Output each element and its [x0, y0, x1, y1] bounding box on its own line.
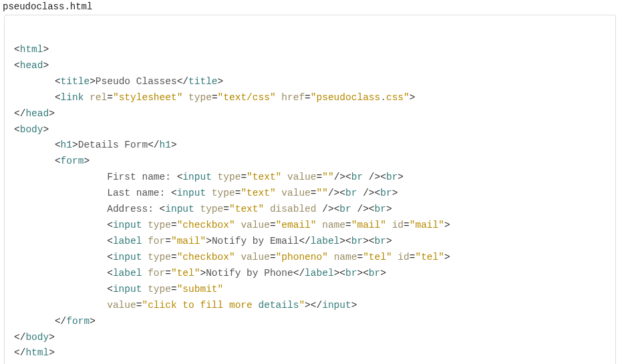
code-line: <input type="checkbox" value="email" nam… — [14, 220, 450, 230]
code-line: Address: <input type="text" disabled /><… — [14, 204, 392, 214]
code-line: <label for="mail">Notify by Email</label… — [14, 236, 392, 246]
code-line: <title>Pseudo Classes</title> — [14, 76, 223, 87]
code-line: </html> — [14, 347, 55, 358]
code-line: <body> — [14, 124, 49, 135]
code-line: </head> — [14, 108, 55, 119]
code-line: <head> — [14, 60, 49, 71]
code-line: <h1>Details Form</h1> — [14, 140, 177, 150]
code-line: <input type="submit" — [14, 284, 223, 295]
code-line: <link rel="stylesheet" type="text/css" h… — [14, 92, 415, 103]
code-line: <input type="checkbox" value="phoneno" n… — [14, 252, 450, 262]
code-line: Last name: <input type="text" value=""/>… — [14, 188, 398, 198]
code-line: <html> — [14, 44, 49, 55]
code-line: </form> — [14, 316, 96, 327]
code-line: <label for="tel">Notify by Phone</label>… — [14, 268, 386, 279]
code-line: value="click to fill more details"></inp… — [14, 300, 357, 311]
file-name-label: pseudoclass.html — [0, 0, 620, 15]
code-line: First name: <input type="text" value=""/… — [14, 172, 404, 182]
code-line: <form> — [14, 156, 90, 166]
code-line: </body> — [14, 332, 55, 343]
code-viewer: <html> <head> <title>Pseudo Classes</tit… — [4, 15, 616, 364]
